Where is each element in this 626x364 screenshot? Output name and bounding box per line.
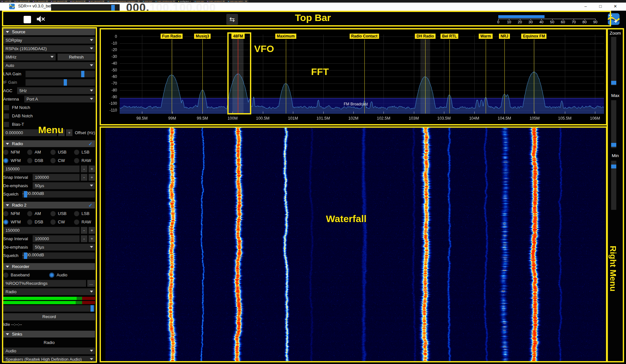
recorder-volume-handle[interactable] [91,305,94,312]
refresh-button[interactable]: Refresh [58,54,95,60]
editor-tab-12[interactable]: main.cpp radio\...M [226,0,249,3]
radio-mode-wfm[interactable]: WFM [3,158,27,163]
bandwidth-select[interactable]: 8MHz [3,54,56,60]
bias-t-checkbox[interactable] [4,122,9,127]
radio2-mode-am[interactable]: AM [27,211,50,216]
fm-notch-row[interactable]: FM Notch [3,104,95,111]
radio-button-icon[interactable] [74,158,79,163]
radio-mode-usb[interactable]: USB [50,150,74,155]
editor-tab-4[interactable]: cw_demod.hM [69,0,87,3]
radio-button-icon[interactable] [50,158,56,163]
radio-button-icon[interactable] [49,273,54,278]
radio-button-icon[interactable] [3,211,8,216]
zoom-slider[interactable] [611,37,616,85]
source-driver-select[interactable]: SDRplay [3,37,95,44]
record-button[interactable]: Record [3,313,95,320]
fm-notch-checkbox[interactable] [4,105,9,110]
close-button[interactable]: ✕ [611,3,620,10]
radio-button-icon[interactable] [3,158,8,163]
recordings-path-input[interactable]: %ROOT%/Recordings [3,280,86,287]
radio-mode-lsb[interactable]: LSB [74,150,95,155]
radio2-mode-dsb[interactable]: DSB [27,219,50,225]
lna-gain-slider[interactable] [26,71,95,77]
sdrpp-logo-icon[interactable] [607,13,620,25]
volume-slider[interactable] [51,4,120,12]
radio2-section-header[interactable]: Radio 2 ✓ [3,202,95,209]
radio2-mode-raw[interactable]: RAW [74,219,95,225]
radio-button-icon[interactable] [27,150,32,155]
offset-plus-button[interactable]: + [66,129,72,136]
radio-bw-plus-button[interactable]: + [89,166,95,172]
agc-select[interactable]: 5Hz [17,87,95,94]
radio-button-icon[interactable] [74,219,79,225]
squelch-handle[interactable] [24,252,27,259]
min-slider-handle[interactable] [611,165,616,168]
enabled-check-icon[interactable]: ✓ [88,202,92,208]
radio-mode-dsb[interactable]: DSB [27,158,50,163]
radio2-bandwidth-input[interactable]: 150000 [3,227,80,234]
editor-tab-1[interactable]: lsb_demod.hM [13,0,31,3]
recorder-stream-select[interactable]: Radio [3,288,95,295]
editor-tab-2[interactable]: fm_demod.hM [31,0,49,3]
menu-toggle-button[interactable] [4,12,18,25]
ifmode-select[interactable]: Auto [3,62,95,69]
source-device-select[interactable]: RSPdx (191106DA42) [3,45,95,52]
editor-tab-5[interactable]: am_demod.hM [87,0,106,3]
squelch-handle[interactable] [24,191,27,198]
dab-notch-row[interactable]: DAB Notch [3,112,95,119]
radio-mode-nfm[interactable]: NFM [3,150,27,155]
stop-button[interactable] [21,14,33,25]
station-bookmark-label[interactable]: Radio Contact [350,34,379,39]
radio-button-icon[interactable] [27,219,32,225]
radio2-mode-wfm[interactable]: WFM [3,219,27,225]
tuning-mode-button[interactable]: ⇆ [226,14,238,25]
recorder-mode-audio[interactable]: Audio [49,273,67,278]
sink-device-select[interactable]: Speakers (Realtek High Definition Audio) [3,356,95,363]
antenna-select[interactable]: Port A [24,96,95,102]
recorder-section-header[interactable]: Recorder [3,263,95,270]
radio-bandwidth-input[interactable]: 150000 [3,166,80,172]
radio-button-icon[interactable] [27,211,32,216]
if-gain-slider[interactable] [26,79,95,86]
station-bookmark-label[interactable]: 48FM [232,34,245,39]
offset-minus-button[interactable]: - [58,129,65,136]
recorder-volume-slider[interactable] [3,305,95,312]
radio-mode-am[interactable]: AM [27,150,50,155]
editor-tab-0[interactable]: ...od.hM [0,0,13,3]
snap-minus-button[interactable]: - [81,235,87,242]
squelch-slider[interactable]: -100.000dB [22,191,95,198]
sink-type-select[interactable]: Audio [3,348,95,354]
snap-interval-input[interactable]: 100000 [33,174,80,181]
dab-notch-checkbox[interactable] [4,113,9,119]
station-bookmark-label[interactable]: Musiq3 [194,34,210,39]
station-bookmark-label[interactable]: Maximum [275,34,296,39]
frequency-display[interactable]: 000.100.100.000 [126,1,216,14]
browse-button[interactable]: ... [87,280,95,287]
offset-input[interactable]: 0.000000 [3,129,57,136]
waterfall-canvas[interactable] [101,128,606,362]
fft-canvas[interactable] [101,29,606,125]
radio-button-icon[interactable] [50,150,56,155]
radio2-bw-minus-button[interactable]: - [81,227,87,234]
editor-tab-3[interactable]: usb_demod.hM [49,0,69,3]
max-slider[interactable] [611,100,616,148]
station-bookmark-label[interactable]: DH Radio [415,34,436,39]
radio-button-icon[interactable] [74,150,79,155]
enabled-check-icon[interactable]: ✓ [88,141,92,147]
radio-mode-raw[interactable]: RAW [74,158,95,163]
radio2-mode-cw[interactable]: CW [50,219,74,225]
sinks-section-header[interactable]: Sinks [3,331,95,337]
radio-button-icon[interactable] [3,273,8,278]
zoom-slider-handle[interactable] [611,81,616,85]
station-bookmark-label[interactable]: NRJ [499,34,510,39]
station-bookmark-label[interactable]: Equinox FM [521,34,546,39]
radio-button-icon[interactable] [3,219,8,225]
station-bookmark-label[interactable]: Bel RTL [440,34,458,39]
radio-button-icon[interactable] [27,158,32,163]
if-gain-handle[interactable] [64,79,67,86]
volume-slider-handle[interactable] [111,5,115,11]
radio-section-header[interactable]: Radio ✓ [3,140,95,147]
radio-button-icon[interactable] [74,211,79,216]
radio-bw-minus-button[interactable]: - [81,166,87,172]
recorder-mode-baseband[interactable]: Baseband [3,273,49,278]
